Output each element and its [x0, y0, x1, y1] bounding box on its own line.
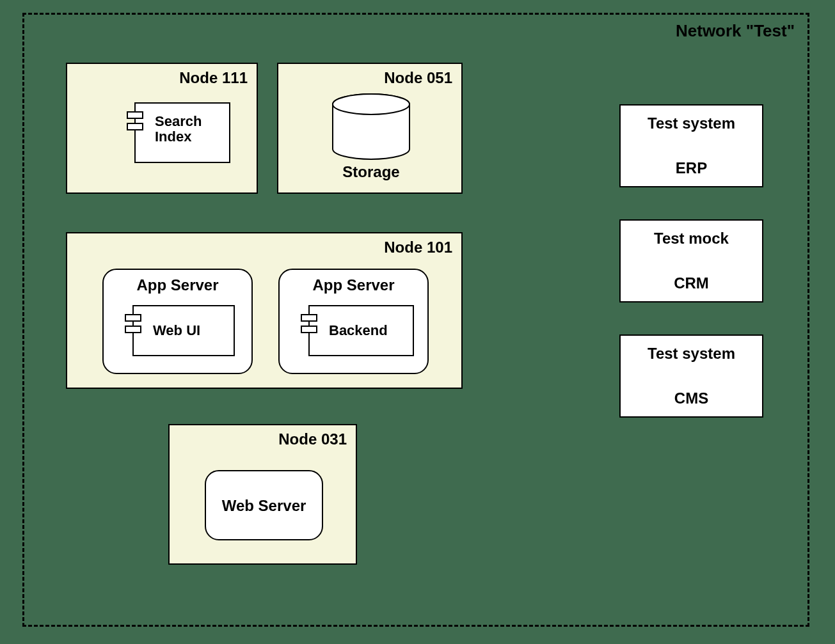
ext-crm-line2: CRM: [621, 274, 762, 292]
network-boundary: Network "Test" Node 111 Search Index Nod…: [22, 13, 809, 627]
node-111-title: Node 111: [179, 69, 248, 87]
storage-label: Storage: [323, 163, 419, 181]
ext-crm: Test mock CRM: [619, 219, 763, 302]
node-111: Node 111 Search Index: [66, 63, 258, 194]
ext-erp: Test system ERP: [619, 104, 763, 187]
app-server-2: App Server Backend: [278, 269, 429, 374]
node-051-title: Node 051: [384, 69, 452, 87]
component-web-ui-label: Web UI: [153, 323, 200, 338]
node-051: Node 051 Storage: [277, 63, 463, 194]
component-port-icon: [301, 314, 317, 322]
node-101: Node 101 App Server Web UI App Server Ba…: [66, 232, 463, 389]
component-search-index-label: Search Index: [155, 114, 202, 145]
app-server-1: App Server Web UI: [102, 269, 253, 374]
network-title: Network "Test": [676, 21, 795, 41]
app-server-1-label: App Server: [104, 276, 251, 294]
component-port-icon: [301, 326, 317, 333]
node-031: Node 031 Web Server: [168, 424, 357, 565]
ext-erp-line1: Test system: [621, 114, 762, 132]
ext-erp-line2: ERP: [621, 159, 762, 177]
ext-cms-line2: CMS: [621, 389, 762, 407]
ext-cms: Test system CMS: [619, 334, 763, 418]
component-port-icon: [125, 326, 141, 333]
app-server-2-label: App Server: [280, 276, 427, 294]
component-backend: Backend: [308, 305, 414, 356]
web-server-label: Web Server: [206, 497, 322, 515]
ext-crm-line1: Test mock: [621, 230, 762, 247]
svg-point-1: [333, 94, 410, 114]
node-031-title: Node 031: [278, 430, 347, 448]
component-web-ui: Web UI: [132, 305, 235, 356]
node-101-title: Node 101: [384, 239, 452, 256]
component-port-icon: [127, 123, 143, 130]
component-port-icon: [127, 111, 143, 119]
component-backend-label: Backend: [329, 323, 388, 338]
component-port-icon: [125, 314, 141, 322]
storage-cylinder-icon: [323, 93, 419, 163]
component-search-index: Search Index: [134, 102, 230, 163]
web-server: Web Server: [205, 470, 323, 540]
ext-cms-line1: Test system: [621, 345, 762, 363]
